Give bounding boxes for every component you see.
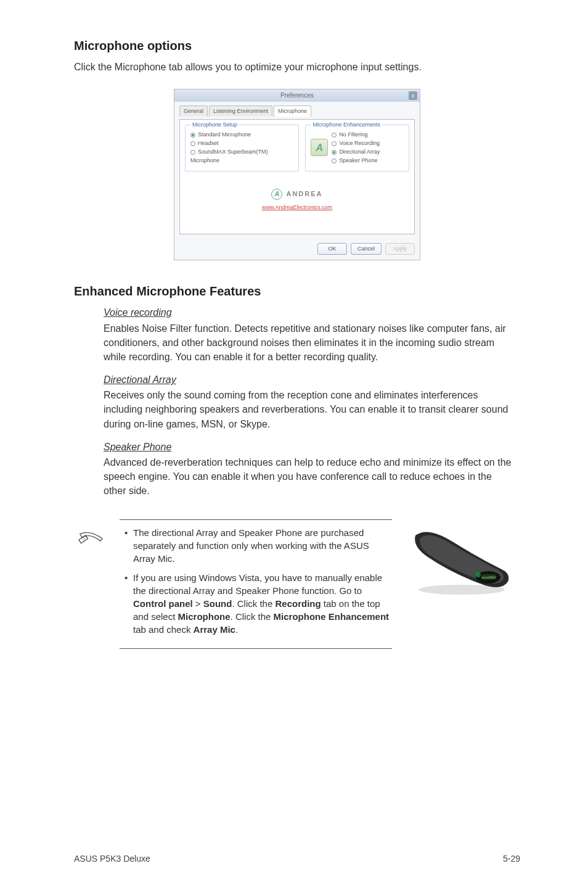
enhancement-icon: A: [311, 139, 328, 156]
andrea-link[interactable]: www.AndreaElectronics.com: [185, 204, 409, 212]
note2-sound: Sound: [203, 598, 232, 609]
note-item-1: The directional Array and Speaker Phone …: [122, 526, 390, 565]
dialog-titlebar: Preferences x: [174, 89, 420, 102]
andrea-logo-icon: A: [271, 189, 282, 200]
microphone-options-heading: Microphone options: [74, 37, 520, 55]
andrea-brand-text: ANDREA: [286, 189, 322, 199]
speaker-phone-body: Advanced de-reverberation techniques can…: [104, 455, 514, 498]
note2-pre: If you are using Windows Vista, you have…: [133, 572, 382, 596]
opt-voice-recording-label: Voice Recording: [339, 140, 380, 146]
opt-voice-recording[interactable]: Voice Recording: [332, 139, 380, 147]
microphone-enhancements-legend: Microphone Enhancements: [311, 121, 382, 129]
directional-array-body: Receives only the sound coming from the …: [104, 388, 514, 431]
note2-microphone: Microphone: [178, 611, 231, 622]
opt-headset-label: Headset: [198, 140, 219, 146]
ok-button[interactable]: OK: [317, 243, 347, 255]
close-icon[interactable]: x: [409, 91, 417, 100]
dialog-tabs: General Listening Environment Microphone: [179, 105, 415, 117]
microphone-options-intro: Click the Microphone tab allows you to o…: [74, 60, 520, 74]
array-mic-photo: soundMAX: [403, 519, 520, 597]
andrea-logo-row: A ANDREA: [185, 189, 409, 200]
microphone-setup-group: Microphone Setup Standard Microphone Hea…: [185, 125, 299, 171]
voice-recording-body: Enables Noise Filter function. Detects r…: [104, 321, 514, 365]
dialog-title-text: Preferences: [280, 92, 314, 99]
microphone-enhancements-group: Microphone Enhancements A No Filtering V…: [305, 125, 409, 171]
note2-array-mic: Array Mic: [194, 624, 235, 635]
note2-control-panel: Control panel: [133, 598, 193, 609]
note-item-2: If you are using Windows Vista, you have…: [122, 571, 390, 636]
note2-mid1: . Click the: [232, 598, 275, 609]
opt-directional-array-label: Directional Array: [339, 149, 380, 155]
opt-superbeam-label: SoundMAX Superbeam(TM) Microphone: [190, 149, 268, 163]
microphone-setup-legend: Microphone Setup: [190, 121, 239, 129]
note2-mid4: tab and check: [133, 624, 194, 635]
speaker-phone-title: Speaker Phone: [104, 440, 514, 454]
note2-mid3: . Click the: [231, 611, 274, 622]
note-icon: [78, 530, 105, 551]
opt-superbeam[interactable]: SoundMAX Superbeam(TM) Microphone: [190, 147, 293, 165]
opt-no-filtering[interactable]: No Filtering: [332, 130, 380, 139]
tab-general[interactable]: General: [179, 105, 208, 117]
note2-end: .: [235, 624, 238, 635]
preferences-dialog-figure: Preferences x General Listening Environm…: [74, 89, 520, 260]
tab-microphone[interactable]: Microphone: [274, 105, 311, 117]
cancel-button[interactable]: Cancel: [351, 243, 382, 255]
tab-listening-environment[interactable]: Listening Environment: [209, 105, 272, 117]
voice-recording-title: Voice recording: [104, 305, 514, 320]
dialog-button-row: OK Cancel Apply: [174, 239, 420, 260]
opt-speaker-phone[interactable]: Speaker Phone: [332, 156, 380, 165]
svg-text:soundMAX: soundMAX: [481, 576, 497, 579]
opt-no-filtering-label: No Filtering: [339, 131, 367, 138]
opt-headset[interactable]: Headset: [190, 139, 293, 147]
note2-recording: Recording: [275, 598, 321, 609]
directional-array-title: Directional Array: [104, 373, 514, 387]
enhanced-features-heading: Enhanced Microphone Features: [74, 283, 520, 300]
opt-standard-microphone[interactable]: Standard Microphone: [190, 130, 293, 139]
opt-standard-microphone-label: Standard Microphone: [198, 131, 251, 138]
footer-left: ASUS P5K3 Deluxe: [74, 852, 150, 865]
preferences-dialog: Preferences x General Listening Environm…: [174, 89, 420, 260]
note2-gt: >: [193, 598, 203, 609]
opt-speaker-phone-label: Speaker Phone: [339, 157, 377, 163]
svg-point-6: [476, 572, 481, 577]
note2-mic-enh: Microphone Enhancement: [274, 611, 390, 622]
opt-directional-array[interactable]: Directional Array: [332, 147, 380, 156]
apply-button[interactable]: Apply: [385, 243, 415, 255]
footer-right: 5-29: [503, 852, 520, 865]
